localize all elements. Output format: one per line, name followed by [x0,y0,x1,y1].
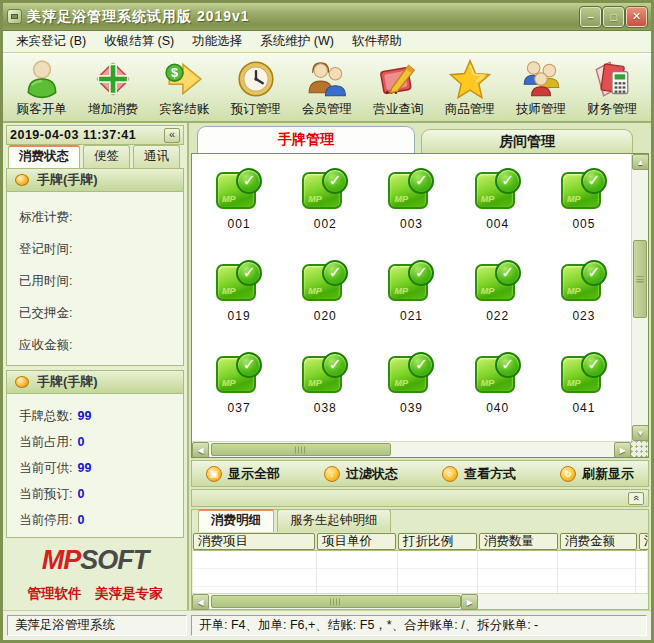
hand-card-cell[interactable]: MP 040 [455,340,541,432]
hand-card-cell[interactable]: MP 041 [541,340,627,432]
check-badge-icon [495,168,521,194]
toolbar-button[interactable]: 增加消费 [77,55,148,120]
action-button[interactable]: ↓ 过滤状态 [324,465,398,483]
scroll-thumb[interactable] [211,443,391,456]
action-button[interactable]: ○ 查看方式 [442,465,516,483]
card-watermark: MP [308,286,322,296]
detail-horizontal-scrollbar[interactable] [192,593,648,609]
tab-hand-card-management[interactable]: 手牌管理 [197,126,415,153]
tab-notes[interactable]: 便签 [83,145,130,168]
toolbar-button[interactable]: $ 宾客结账 [149,55,220,120]
hand-card-cell[interactable]: MP 021 [368,248,454,340]
content-area: 2019-04-03 11:37:41 « 消费状态 便签 通讯 手牌(手牌) [3,123,651,610]
status-bar: 美萍足浴管理系统 开单: F4、加单: F6,+、结账: F5，*、合并账单: … [3,610,651,640]
scroll-left-icon[interactable] [192,442,209,458]
hand-card-icon: MP [561,260,607,302]
column-header[interactable]: 项目单价 [317,533,396,550]
main-toolbar: 顾客开单 增加消费 $ 宾客结账 预订管理 会员管理 [3,53,651,123]
field-value: 99 [77,461,91,475]
maximize-button[interactable]: □ [603,7,624,27]
scroll-down-icon[interactable] [632,425,649,441]
toolbar-button-label: 会员管理 [302,101,352,118]
panel-header: 手牌(手牌) [7,371,183,394]
hand-card-cell-partial[interactable] [541,432,627,441]
action-button[interactable]: ▣ 显示全部 [206,465,280,483]
toolbar-button-label: 预订管理 [231,101,281,118]
field-row: 当前预订: 0 [19,481,171,507]
hand-card-cell[interactable]: MP 020 [282,248,368,340]
hand-card-icon: MP [302,168,348,210]
hand-card-cell-partial[interactable] [368,432,454,441]
menu-item[interactable]: 收银结算 (S) [95,31,183,52]
menu-item[interactable]: 来宾登记 (B) [7,31,95,52]
menu-item[interactable]: 软件帮助 [343,31,411,52]
column-header[interactable]: 消 [639,533,648,550]
check-badge-icon [408,260,434,286]
toolbar-button[interactable]: 会员管理 [291,55,362,120]
hand-card-cell-partial[interactable] [455,432,541,441]
hand-card-icon: MP [561,352,607,394]
hand-card-cell-partial[interactable] [196,432,282,441]
card-watermark: MP [308,378,322,388]
sidebar-collapse-button[interactable]: « [164,128,180,143]
hand-card-number: 023 [572,309,595,323]
grid-vertical-scrollbar[interactable] [631,154,648,441]
hand-card-cell[interactable]: MP 004 [455,156,541,248]
hand-card-cell[interactable]: MP 022 [455,248,541,340]
menu-item[interactable]: 系统维护 (W) [251,31,343,52]
hand-card-number: 003 [400,217,423,231]
check-badge-icon [408,168,434,194]
field-value: 0 [77,487,84,501]
scroll-thumb[interactable] [633,240,647,318]
tab-consume-detail[interactable]: 消费明细 [198,509,274,532]
hand-card-cell[interactable]: MP 039 [368,340,454,432]
toolbar-button[interactable]: 财务管理 [577,55,648,120]
field-label: 当前占用: [19,434,72,451]
datetime-text: 2019-04-03 11:37:41 [10,128,136,142]
hand-card-cell[interactable]: MP 038 [282,340,368,432]
tab-attendant-clock-detail[interactable]: 服务生起钟明细 [277,509,391,532]
tab-room-management[interactable]: 房间管理 [421,129,633,153]
hand-card-cell[interactable]: MP 005 [541,156,627,248]
tab-contacts[interactable]: 通讯 [133,145,180,168]
toolbar-button[interactable]: 预订管理 [220,55,291,120]
action-button[interactable]: ↻ 刷新显示 [560,465,634,483]
field-label: 手牌总数: [19,408,72,425]
scroll-right-icon[interactable] [461,594,478,610]
close-button[interactable]: ✕ [626,7,647,27]
column-header[interactable]: 消费数量 [479,533,558,550]
field-label: 当前可供: [19,460,72,477]
main-panel: 手牌管理 房间管理 MP 001 [189,123,651,610]
scroll-left-icon[interactable] [192,594,209,610]
toolbar-button-label: 宾客结账 [159,101,209,118]
check-badge-icon [408,352,434,378]
menu-item[interactable]: 功能选择 [183,31,251,52]
card-watermark: MP [481,286,495,296]
toolbar-button[interactable]: 商品管理 [434,55,505,120]
minimize-button[interactable]: – [580,7,601,27]
business-query-icon [377,58,419,100]
panel-fields: 手牌总数: 99 当前占用: 0 当前可供: 99 [7,394,183,537]
hand-card-icon: MP [216,168,262,210]
column-header[interactable]: 消费项目 [193,533,315,550]
card-watermark: MP [222,194,236,204]
hand-card-cell[interactable]: MP 002 [282,156,368,248]
scroll-up-icon[interactable] [632,154,649,170]
scroll-right-icon[interactable] [614,442,631,458]
hand-card-cell[interactable]: MP 023 [541,248,627,340]
grid-horizontal-scrollbar[interactable] [192,441,631,457]
column-header[interactable]: 打折比例 [398,533,477,550]
hand-card-cell[interactable]: MP 019 [196,248,282,340]
toolbar-button[interactable]: 营业查询 [363,55,434,120]
tab-consume-status[interactable]: 消费状态 [8,145,80,168]
hand-card-cell-partial[interactable] [282,432,368,441]
hand-card-cell[interactable]: MP 001 [196,156,282,248]
scroll-thumb[interactable] [211,595,461,608]
hand-card-cell[interactable]: MP 037 [196,340,282,432]
column-header[interactable]: 消费金额 [560,533,637,550]
toolbar-button[interactable]: 技师管理 [505,55,576,120]
hand-card-cell[interactable]: MP 003 [368,156,454,248]
toolbar-button[interactable]: 顾客开单 [6,55,77,120]
collapse-panel-button[interactable]: « [628,492,644,505]
customer-open-icon [21,58,63,100]
